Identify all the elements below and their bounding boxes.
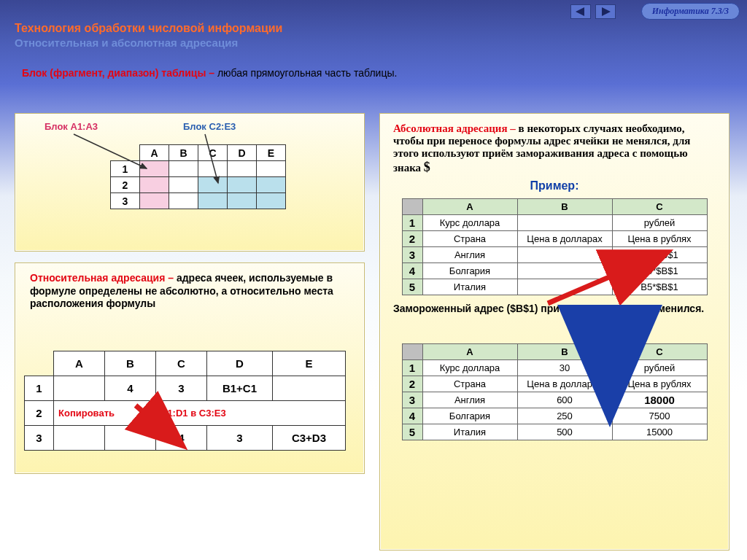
abs-table-2: ABC 1Курс доллара30рублей 2СтранаЦена в … bbox=[402, 343, 708, 440]
page-badge: Информатика 7.3/3 bbox=[641, 3, 740, 20]
next-button[interactable] bbox=[595, 4, 616, 19]
title-line-1: Технология обработки числовой информации bbox=[15, 22, 282, 35]
title-line-2: Относительная и абсолютная адресация bbox=[15, 36, 282, 49]
copy-range: B1:D1 в C3:E3 bbox=[156, 401, 346, 426]
svg-marker-1 bbox=[602, 7, 611, 16]
prev-button[interactable] bbox=[570, 4, 591, 19]
svg-marker-0 bbox=[576, 7, 584, 16]
relative-grid: A B C D E 1 4 3 B1+C1 2 Копировать B1:D1… bbox=[24, 351, 346, 451]
example-header: Пример: bbox=[393, 179, 716, 192]
frozen-note: Замороженный адрес ($B$1) при копировани… bbox=[393, 303, 716, 314]
mini-grid: A B C D E 1 2 3 bbox=[110, 144, 286, 209]
abs-table-1: ABC 1Курс долларарублей 2СтранаЦена в до… bbox=[402, 198, 708, 295]
block-c-label: Блок C2:E3 bbox=[183, 121, 236, 132]
intro-text: Блок (фрагмент, диапазон) таблицы – люба… bbox=[22, 67, 397, 79]
page-header: Технология обработки числовой информации… bbox=[15, 22, 282, 49]
absolute-panel: Абсолютная адресация – в некоторых случа… bbox=[379, 113, 729, 551]
blocks-panel: Блок A1:A3 Блок C2:E3 A B C D E 1 2 3 bbox=[15, 113, 365, 252]
nav-arrows bbox=[570, 4, 616, 19]
block-a-label: Блок A1:A3 bbox=[44, 121, 98, 132]
relative-panel: Относительная адресация – адреса ячеек, … bbox=[15, 262, 365, 474]
absolute-text: Абсолютная адресация – в некоторых случа… bbox=[393, 122, 716, 175]
relative-text: Относительная адресация – адреса ячеек, … bbox=[30, 272, 349, 311]
copy-label: Копировать bbox=[54, 401, 156, 426]
